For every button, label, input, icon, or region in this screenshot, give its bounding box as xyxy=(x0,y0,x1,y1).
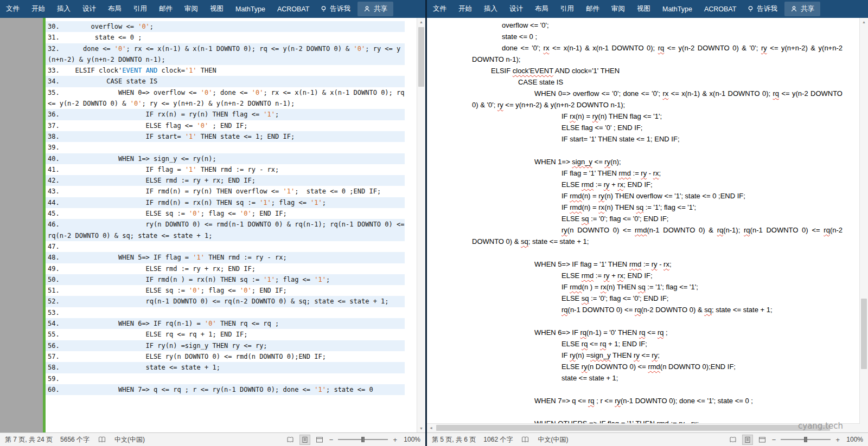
share-button[interactable]: 共享 xyxy=(358,2,393,16)
vertical-scrollbar-right[interactable]: ▲ ▼ xyxy=(859,18,868,432)
status-right-group: − + 100% xyxy=(285,435,420,444)
scroll-up-arrow[interactable]: ▲ xyxy=(417,18,425,26)
doc-line-2: state <= 0 ; xyxy=(472,31,843,42)
doc-line-5: CASE state IS xyxy=(472,76,843,88)
code-line-53: 53. xyxy=(46,307,405,318)
zoom-slider[interactable] xyxy=(338,439,388,440)
scroll-left-arrow[interactable]: ◄ xyxy=(427,424,435,432)
ribbon-tab-10[interactable]: MathType xyxy=(229,0,271,18)
zoom-slider-thumb[interactable] xyxy=(804,437,807,442)
read-mode-button[interactable] xyxy=(285,435,295,444)
ribbon-tab-8[interactable]: 审阅 xyxy=(605,0,631,18)
code-line-57: 57. ELSE ry(n DOWNTO 0) <= rmd(n DOWNTO … xyxy=(46,351,405,362)
lightbulb-icon xyxy=(747,5,754,12)
code-line-39: 39. xyxy=(46,142,405,153)
ribbon-tab-9[interactable]: 视图 xyxy=(204,0,229,18)
status-bar-right: 第 5 页, 共 6 页 1062 个字 中文(中国) − + 100% xyxy=(427,432,868,446)
zoom-slider-thumb[interactable] xyxy=(361,437,365,442)
page-indicator[interactable]: 第 5 页, 共 6 页 xyxy=(432,435,476,444)
zoom-out-button[interactable]: − xyxy=(772,436,776,444)
doc-line-11: WHEN 1=> sign_y <= ry(n); xyxy=(472,156,843,167)
print-layout-button[interactable] xyxy=(300,435,310,444)
code-line-30: 30. overflow <= '0'; xyxy=(46,21,405,32)
ribbon-tab-3[interactable]: 插入 xyxy=(478,0,503,18)
language-indicator[interactable]: 中文(中国) xyxy=(114,435,145,444)
code-line-36: 36. IF rx(n) = ry(n) THEN flag <= '1'; xyxy=(46,109,405,120)
word-window-right: 文件开始插入设计布局引用邮件审阅视图MathTypeACROBAT 告诉我 共享… xyxy=(427,0,868,446)
code-line-58: 58. state <= state + 1; xyxy=(46,362,405,373)
proofing-icon[interactable] xyxy=(520,435,530,444)
tell-me-button[interactable]: 告诉我 xyxy=(742,0,782,18)
tell-me-label: 告诉我 xyxy=(757,4,777,14)
ribbon-tab-5[interactable]: 布局 xyxy=(529,0,554,18)
ribbon-tab-5[interactable]: 布局 xyxy=(102,0,127,18)
doc-line-19: WHEN 5=> IF flag = '1' THEN rmd := ry - … xyxy=(472,258,843,270)
zoom-in-button[interactable]: + xyxy=(393,436,397,444)
share-button[interactable]: 共享 xyxy=(784,2,820,16)
page-indicator[interactable]: 第 7 页, 共 24 页 xyxy=(5,435,53,444)
scroll-up-arrow[interactable]: ▲ xyxy=(860,18,868,26)
ribbon-tab-2[interactable]: 开始 xyxy=(452,0,478,18)
vertical-scrollbar-left[interactable]: ▲ ▼ xyxy=(417,18,425,432)
ribbon-tab-6[interactable]: 引用 xyxy=(554,0,580,18)
code-line-37: 37. ELSE flag <= '0' ; END IF; xyxy=(46,120,405,131)
print-layout-button[interactable] xyxy=(743,435,752,444)
horizontal-scrollbar[interactable]: ◄ xyxy=(427,423,860,432)
tell-me-button[interactable]: 告诉我 xyxy=(315,0,355,18)
ribbon-tabs-left: 文件开始插入设计布局引用邮件审阅视图MathTypeACROBAT xyxy=(0,0,315,18)
status-right-group: − + 100% xyxy=(728,435,863,444)
doc-line-18 xyxy=(472,247,843,258)
ribbon-tab-4[interactable]: 设计 xyxy=(503,0,529,18)
ribbon-tab-4[interactable]: 设计 xyxy=(76,0,102,18)
ribbon-tab-8[interactable]: 审阅 xyxy=(178,0,204,18)
code-line-56: 56. IF ry(n) =sign_y THEN ry <= ry; xyxy=(46,340,405,351)
ribbon-tab-11[interactable]: ACROBAT xyxy=(698,0,743,18)
read-mode-button[interactable] xyxy=(728,435,738,444)
doc-line-6: WHEN 0=> overflow <= '0'; done <= '0'; r… xyxy=(472,88,843,111)
web-layout-button[interactable] xyxy=(757,435,767,444)
ribbon-tab-1[interactable]: 文件 xyxy=(427,0,452,18)
ribbon-right: 文件开始插入设计布局引用邮件审阅视图MathTypeACROBAT 告诉我 共享 xyxy=(427,0,868,18)
code-line-42: 42. ELSE rmd := ry + rx; END IF; xyxy=(46,175,405,186)
zoom-level[interactable]: 100% xyxy=(845,436,863,443)
zoom-in-button[interactable]: + xyxy=(835,436,840,444)
tell-me-label: 告诉我 xyxy=(330,4,350,14)
code-line-48: 48. WHEN 5=> IF flag = '1' THEN rmd := r… xyxy=(46,252,405,263)
horizontal-scrollbar-thumb[interactable] xyxy=(436,425,830,431)
ribbon-tab-1[interactable]: 文件 xyxy=(0,0,25,18)
zoom-slider[interactable] xyxy=(781,439,831,440)
code-line-59: 59. xyxy=(46,373,405,384)
language-indicator[interactable]: 中文(中国) xyxy=(538,435,568,444)
doc-line-30 xyxy=(472,384,843,395)
code-line-54: 54. WHEN 6=> IF rq(n-1) = '0' THEN rq <=… xyxy=(46,318,405,329)
doc-line-21: IF rmd(n ) = rx(n) THEN sq := '1'; flag … xyxy=(472,281,843,293)
document-text-body[interactable]: overflow <= '0';state <= 0 ;done <= '0';… xyxy=(427,18,860,424)
word-count[interactable]: 1062 个字 xyxy=(483,435,513,444)
ribbon-tab-2[interactable]: 开始 xyxy=(25,0,51,18)
ribbon-tab-11[interactable]: ACROBAT xyxy=(271,0,316,18)
scroll-down-arrow[interactable]: ▼ xyxy=(417,424,425,432)
scrollbar-thumb[interactable] xyxy=(418,27,424,87)
code-line-41: 41. IF flag = '1' THEN rmd := ry - rx; xyxy=(46,164,405,175)
code-text-body[interactable]: 30. overflow <= '0';31. state <= 0 ;32. … xyxy=(46,18,405,432)
word-count[interactable]: 5656 个字 xyxy=(60,435,90,444)
code-line-50: 50. IF rmd(n ) = rx(n) THEN sq := '1'; f… xyxy=(46,274,405,285)
zoom-out-button[interactable]: − xyxy=(329,436,334,444)
ribbon-tab-9[interactable]: 视图 xyxy=(631,0,656,18)
proofing-icon[interactable] xyxy=(97,435,107,444)
zoom-level[interactable]: 100% xyxy=(402,436,420,443)
code-line-47: 47. xyxy=(46,241,405,252)
code-line-31: 31. state <= 0 ; xyxy=(46,32,405,43)
ribbon-tab-10[interactable]: MathType xyxy=(656,0,698,18)
code-line-46: 46. ry(n DOWNTO 0) <= rmd(n-1 DOWNTO 0) … xyxy=(46,219,405,241)
lightbulb-icon xyxy=(320,5,327,12)
ribbon-tab-7[interactable]: 邮件 xyxy=(580,0,605,18)
ribbon-tab-3[interactable]: 插入 xyxy=(51,0,76,18)
document-area-right[interactable]: overflow <= '0';state <= 0 ;done <= '0';… xyxy=(427,18,868,432)
document-area-left[interactable]: 30. overflow <= '0';31. state <= 0 ;32. … xyxy=(0,18,425,432)
ribbon-tab-7[interactable]: 邮件 xyxy=(153,0,178,18)
ribbon-tabs-right: 文件开始插入设计布局引用邮件审阅视图MathTypeACROBAT xyxy=(427,0,742,18)
scrollbar-thumb[interactable] xyxy=(861,299,867,369)
ribbon-tab-6[interactable]: 引用 xyxy=(127,0,153,18)
web-layout-button[interactable] xyxy=(315,435,324,444)
